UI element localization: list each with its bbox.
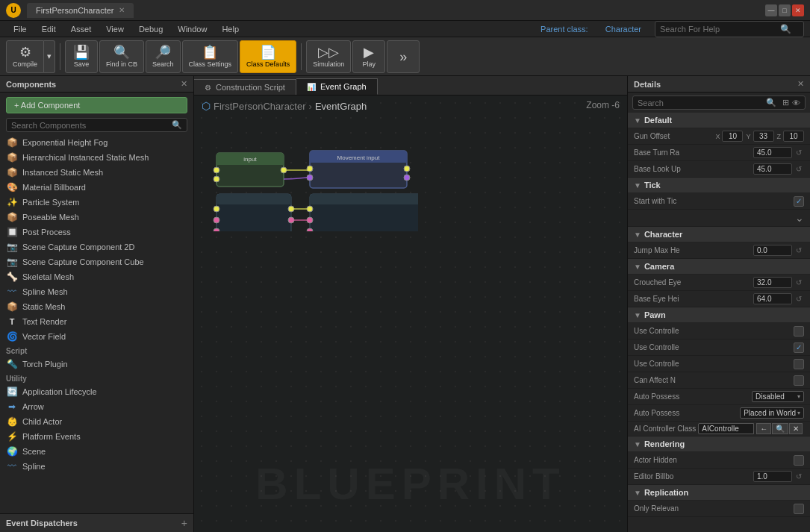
breadcrumb-name[interactable]: FirstPersonCharacter [214, 101, 306, 112]
base-turn-reset[interactable]: ↺ [794, 148, 804, 157]
menu-edit[interactable]: Edit [34, 23, 63, 35]
details-grid-icon[interactable]: ⊞ [782, 98, 789, 107]
details-search-input[interactable] [638, 98, 763, 107]
can-affect-checkbox[interactable] [794, 375, 804, 386]
details-eye-icon[interactable]: 👁 [792, 98, 800, 107]
crouched-eye-reset[interactable]: ↺ [794, 278, 804, 287]
movement-area-top-right[interactable] [307, 194, 418, 231]
list-item[interactable]: 🦴 Skeletal Mesh [0, 269, 193, 284]
list-item[interactable]: 🌍 Scene [0, 444, 193, 459]
tab-event-graph[interactable]: 📊 Event Graph [296, 78, 378, 95]
save-button[interactable]: 💾 Save [65, 40, 98, 73]
rendering-section-header[interactable]: ▼ Rendering [628, 436, 810, 452]
movement-input-node[interactable]: Movement input [307, 151, 410, 188]
class-defaults-button[interactable]: 📄 Class Defaults [240, 40, 296, 73]
crouched-eye-input[interactable] [753, 277, 792, 288]
editor-billbo-reset[interactable]: ↺ [794, 472, 804, 481]
list-item[interactable]: 📦 Hierarchical Instanced Static Mesh [0, 150, 193, 165]
maximize-button[interactable]: □ [779, 4, 791, 16]
details-search-box[interactable]: 🔍 ⊞ 👁 [632, 96, 806, 110]
ai-back-button[interactable]: ← [756, 423, 771, 434]
start-tick-checkbox[interactable] [794, 196, 804, 207]
pawn-section-header[interactable]: ▼ Pawn [628, 307, 810, 323]
base-lookup-reset[interactable]: ↺ [794, 165, 804, 173]
minimize-button[interactable]: — [765, 4, 777, 16]
list-item[interactable]: 📦 Static Mesh [0, 299, 193, 314]
gun-offset-z-input[interactable] [783, 131, 804, 142]
find-in-cb-button[interactable]: 🔍 Find in CB [99, 40, 144, 73]
tab-construction-script[interactable]: ⚙ Construction Script [194, 79, 296, 95]
menu-window[interactable]: Window [170, 23, 214, 35]
list-item[interactable]: 🔦 Torch Plugin [0, 357, 193, 372]
base-turn-input[interactable] [753, 147, 792, 158]
base-lookup-input[interactable] [753, 163, 792, 175]
play-button[interactable]: ▶ Play [352, 40, 385, 73]
list-item[interactable]: 〰 Spline [0, 459, 193, 474]
list-item[interactable]: T Text Render [0, 314, 193, 329]
jump-max-reset[interactable]: ↺ [794, 246, 804, 254]
character-section-header[interactable]: ▼ Character [628, 227, 810, 242]
title-tab[interactable]: FirstPersonCharacter ✕ [27, 3, 134, 18]
list-item[interactable]: 📷 Scene Capture Component Cube [0, 254, 193, 269]
menu-debug[interactable]: Debug [131, 23, 170, 35]
details-close[interactable]: ✕ [797, 79, 804, 89]
camera-section-header[interactable]: ▼ Camera [628, 259, 810, 275]
base-eye-reset[interactable]: ↺ [794, 295, 804, 303]
menu-view[interactable]: View [99, 23, 131, 35]
class-settings-button[interactable]: 📋 Class Settings [182, 40, 239, 73]
menu-asset[interactable]: Asset [63, 23, 99, 35]
list-item[interactable]: 📦 Poseable Mesh [0, 210, 193, 225]
add-dispatcher-button[interactable]: + [181, 517, 187, 529]
tick-expand-icon[interactable]: ⌄ [795, 212, 804, 224]
list-item[interactable]: 📦 Exponential Height Fog [0, 135, 193, 150]
list-item[interactable]: ⚡ Platform Events [0, 429, 193, 444]
use-controlle-1-checkbox[interactable] [794, 326, 804, 337]
more-button[interactable]: » [387, 40, 420, 73]
list-item[interactable]: 🎨 Material Billboard [0, 180, 193, 195]
ai-search-button[interactable]: 🔍 [772, 423, 788, 434]
list-item[interactable]: 🔄 Application Lifecycle [0, 384, 193, 399]
simulation-button[interactable]: ▷▷ Simulation [306, 40, 351, 73]
gun-offset-x-input[interactable] [722, 131, 743, 142]
add-component-button[interactable]: + Add Component [6, 97, 187, 113]
search-components-input[interactable] [11, 121, 172, 130]
auto-possess-1-select[interactable]: Disabled ▾ [752, 391, 804, 402]
menu-file[interactable]: File [6, 23, 34, 35]
replication-section-header[interactable]: ▼ Replication [628, 485, 810, 501]
jump-max-input[interactable] [753, 245, 792, 256]
blueprint-nodes-svg[interactable]: input Movement input [194, 119, 418, 231]
input-node-group[interactable]: input [214, 153, 287, 187]
list-item[interactable]: ✨ Particle System [0, 195, 193, 210]
list-item[interactable]: 📷 Scene Capture Component 2D [0, 240, 193, 254]
help-search-box[interactable]: 🔍 [655, 21, 804, 37]
base-eye-input[interactable] [753, 293, 792, 304]
help-search-input[interactable] [660, 25, 773, 34]
close-button[interactable]: ✕ [792, 4, 804, 16]
compile-button[interactable]: ⚙ Compile [6, 40, 44, 73]
menu-help[interactable]: Help [214, 23, 246, 35]
gun-offset-y-input[interactable] [753, 131, 774, 142]
blueprint-canvas-area[interactable]: ⚙ Construction Script 📊 Event Graph ⬡ Fi… [194, 76, 627, 532]
search-components-box[interactable]: 🔍 [6, 118, 187, 132]
list-item[interactable]: 📦 Instanced Static Mesh [0, 165, 193, 180]
components-close[interactable]: ✕ [181, 79, 187, 89]
list-item[interactable]: 🔲 Post Process [0, 225, 193, 240]
tab-close[interactable]: ✕ [119, 6, 125, 14]
compile-dropdown-arrow[interactable]: ▾ [44, 40, 55, 73]
only-relevan-checkbox[interactable] [794, 504, 804, 514]
movement-area-top[interactable] [214, 194, 294, 231]
list-item[interactable]: 〰 Spline Mesh [0, 284, 193, 299]
list-item[interactable]: 👶 Child Actor [0, 414, 193, 429]
auto-possess-2-select[interactable]: Placed in World ▾ [740, 407, 804, 419]
ai-clear-button[interactable]: ✕ [789, 423, 803, 434]
list-item[interactable]: 🌀 Vector Field [0, 329, 193, 344]
editor-billbo-input[interactable] [753, 471, 792, 482]
default-section-header[interactable]: ▼ Default [628, 113, 810, 128]
tick-section-header[interactable]: ▼ Tick [628, 178, 810, 193]
use-controlle-3-checkbox[interactable] [794, 359, 804, 369]
canvas-background[interactable]: ⬡ FirstPersonCharacter › EventGraph Zoom… [194, 96, 627, 532]
ai-controller-input[interactable] [698, 423, 754, 434]
search-button[interactable]: 🔎 Search [146, 40, 181, 73]
actor-hidden-checkbox[interactable] [794, 455, 804, 466]
list-item[interactable]: ➡ Arrow [0, 399, 193, 414]
